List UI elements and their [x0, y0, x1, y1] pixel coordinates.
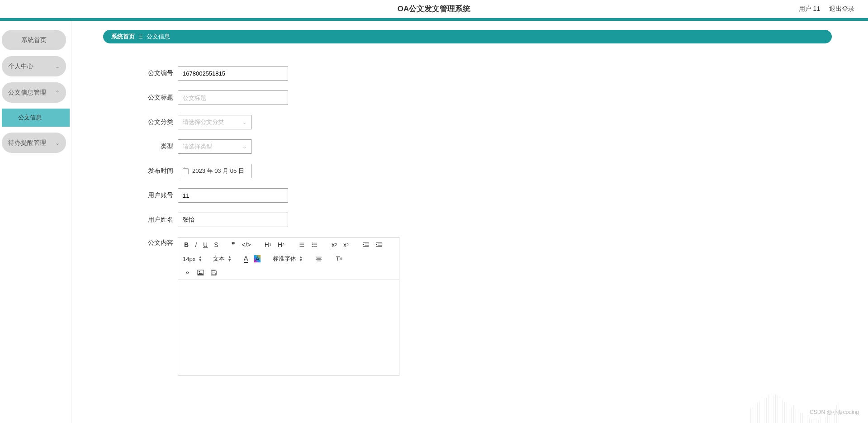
image-button[interactable]	[196, 268, 205, 277]
doc-id-input[interactable]	[178, 66, 288, 81]
updown-icon: ▲▼	[198, 256, 202, 262]
main-layout: 系统首页 个人中心 ⌄ 公文信息管理 ⌃ 公文信息 待办提醒管理 ⌄ 系统首页 …	[0, 21, 868, 423]
calendar-icon	[183, 168, 189, 174]
rich-text-editor: B I U S ❞ </> H1 H2	[178, 237, 399, 375]
breadcrumb-separator-icon: ☰	[138, 34, 143, 40]
updown-icon: ▲▼	[299, 256, 303, 262]
updown-icon: ▲▼	[228, 256, 232, 262]
user-account-input[interactable]	[178, 188, 288, 203]
sidebar-item-todo[interactable]: 待办提醒管理 ⌄	[2, 133, 66, 153]
svg-point-4	[199, 271, 200, 272]
logout-link[interactable]: 退出登录	[829, 5, 854, 13]
breadcrumb-home[interactable]: 系统首页	[111, 33, 135, 41]
sidebar-item-label: 公文信息管理	[8, 89, 46, 97]
h2-button[interactable]: H2	[276, 240, 286, 249]
field-label: 用户姓名	[142, 216, 173, 224]
bold-button[interactable]: B	[183, 240, 190, 249]
sidebar: 系统首页 个人中心 ⌄ 公文信息管理 ⌃ 公文信息 待办提醒管理 ⌄	[0, 21, 71, 423]
watermark-text: CSDN @小蔡coding	[810, 409, 859, 416]
sidebar-item-doc-manage[interactable]: 公文信息管理 ⌃	[2, 82, 66, 103]
field-doc-category: 公文分类 请选择公文分类 ⌄	[142, 115, 832, 129]
user-label[interactable]: 用户 11	[799, 5, 820, 13]
field-doc-content: 公文内容 B I U S ❞ </> H1 H2	[142, 237, 832, 375]
format-select[interactable]: 文本 ▲▼	[213, 255, 232, 263]
select-placeholder: 请选择公文分类	[183, 118, 224, 126]
chevron-down-icon: ⌄	[242, 144, 247, 150]
field-doc-type: 类型 请选择类型 ⌄	[142, 139, 832, 154]
field-doc-title: 公文标题	[142, 90, 832, 105]
align-button[interactable]	[314, 255, 323, 263]
field-label: 公文内容	[142, 237, 173, 375]
chevron-down-icon: ⌄	[242, 119, 247, 125]
field-user-name: 用户姓名	[142, 213, 832, 227]
svg-point-2	[312, 246, 313, 247]
editor-content-area[interactable]	[178, 280, 399, 375]
field-label: 用户账号	[142, 191, 173, 200]
publish-time-picker[interactable]: 2023 年 03 月 05 日	[178, 164, 251, 178]
document-form: 公文编号 公文标题 公文分类 请选择公文分类 ⌄ 类型 请选择类型 ⌄	[103, 66, 832, 375]
app-header: OA公文发文管理系统 用户 11 退出登录	[0, 0, 868, 18]
text-color-button[interactable]: A	[242, 254, 249, 264]
chevron-down-icon: ⌄	[55, 63, 60, 70]
quote-button[interactable]: ❞	[230, 240, 237, 249]
italic-button[interactable]: I	[194, 240, 198, 249]
date-value: 2023 年 03 月 05 日	[192, 167, 244, 175]
field-label: 类型	[142, 143, 173, 151]
indent-button[interactable]	[374, 241, 384, 249]
code-button[interactable]: </>	[240, 240, 252, 249]
sidebar-item-label: 个人中心	[8, 62, 33, 71]
app-title: OA公文发文管理系统	[398, 4, 471, 14]
font-size-select[interactable]: 14px ▲▼	[183, 256, 202, 262]
doc-category-select[interactable]: 请选择公文分类 ⌄	[178, 115, 251, 129]
link-button[interactable]	[183, 268, 192, 277]
field-user-account: 用户账号	[142, 188, 832, 203]
unordered-list-button[interactable]	[310, 241, 319, 249]
sidebar-item-label: 公文信息	[18, 114, 42, 122]
doc-title-input[interactable]	[178, 90, 288, 105]
breadcrumb: 系统首页 ☰ 公文信息	[103, 30, 832, 43]
background-color-button[interactable]: A	[253, 254, 261, 263]
ordered-list-button[interactable]	[297, 241, 306, 249]
chevron-up-icon: ⌃	[55, 90, 60, 96]
clear-format-button[interactable]: T✕	[334, 254, 345, 263]
doc-type-select[interactable]: 请选择类型 ⌄	[178, 139, 251, 154]
svg-point-1	[312, 244, 313, 245]
breadcrumb-current: 公文信息	[147, 33, 170, 41]
user-name-input[interactable]	[178, 213, 288, 227]
field-doc-id: 公文编号	[142, 66, 832, 81]
superscript-button[interactable]: x2	[342, 240, 350, 249]
chevron-down-icon: ⌄	[55, 140, 60, 146]
svg-point-0	[312, 242, 313, 243]
sidebar-item-home[interactable]: 系统首页	[2, 30, 66, 50]
main-content: 系统首页 ☰ 公文信息 公文编号 公文标题 公文分类 请选择公文分类 ⌄	[71, 21, 868, 423]
sidebar-item-label: 待办提醒管理	[8, 139, 46, 147]
sidebar-item-label: 系统首页	[21, 36, 47, 44]
strikethrough-button[interactable]: S	[213, 240, 219, 249]
h1-button[interactable]: H1	[263, 240, 273, 249]
select-placeholder: 请选择类型	[183, 143, 212, 151]
field-label: 公文标题	[142, 94, 173, 102]
field-label: 公文分类	[142, 118, 173, 126]
save-button[interactable]	[209, 268, 218, 277]
outdent-button[interactable]	[361, 241, 370, 249]
subscript-button[interactable]: x2	[330, 240, 338, 249]
field-label: 公文编号	[142, 69, 173, 77]
field-label: 发布时间	[142, 167, 173, 175]
editor-toolbar: B I U S ❞ </> H1 H2	[178, 238, 399, 280]
header-user-area: 用户 11 退出登录	[799, 5, 854, 13]
sidebar-item-profile[interactable]: 个人中心 ⌄	[2, 56, 66, 76]
underline-button[interactable]: U	[202, 240, 209, 249]
font-family-select[interactable]: 标准字体 ▲▼	[273, 255, 303, 263]
field-publish-time: 发布时间 2023 年 03 月 05 日	[142, 164, 832, 178]
sidebar-subitem-doc-info[interactable]: 公文信息	[2, 109, 70, 127]
